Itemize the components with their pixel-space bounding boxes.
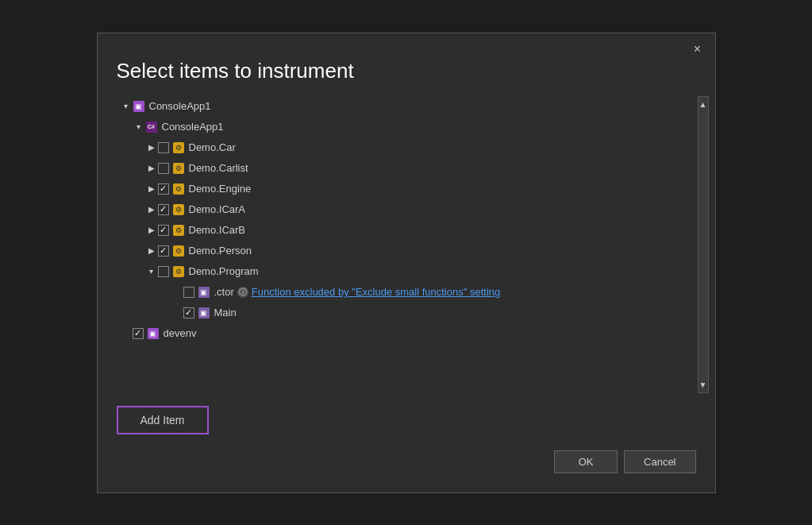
scroll-up-arrow[interactable]: ▲	[696, 97, 710, 112]
scrollbar[interactable]: ▲ ▼	[698, 96, 709, 393]
expand-arrow	[120, 327, 133, 340]
tree-item-label: Demo.ICarA	[189, 203, 246, 215]
tree-row[interactable]: ✓ ▣ Main	[117, 303, 695, 323]
scroll-down-arrow[interactable]: ▼	[696, 377, 710, 392]
csharp-project-icon: C#	[145, 121, 158, 133]
tree-row[interactable]: ▾ ▣ ConsoleApp1	[117, 96, 695, 117]
tree-row[interactable]: ▶ ✓ ⚙ Demo.Person	[117, 241, 695, 261]
add-item-button[interactable]: Add Item	[117, 406, 209, 434]
tree-item-label: Demo.Car	[189, 141, 236, 153]
expand-arrow[interactable]: ▶	[145, 183, 158, 195]
close-button[interactable]: ×	[688, 40, 707, 59]
tree-checkbox[interactable]: ✓	[158, 183, 169, 195]
expand-arrow[interactable]: ▶	[145, 141, 158, 154]
solution-icon: ▣	[133, 100, 145, 113]
expand-arrow[interactable]: ▶	[145, 224, 158, 237]
tree-checkbox[interactable]: ✓	[158, 245, 169, 257]
expand-arrow[interactable]: ▶	[145, 245, 158, 257]
info-icon: ⓘ	[237, 287, 248, 298]
tree-checkbox[interactable]	[158, 142, 169, 153]
tree-row[interactable]: ▾ ⚙ Demo.Program	[117, 261, 695, 282]
expand-arrow[interactable]: ▾	[145, 265, 158, 278]
tree-item-label: Demo.Program	[189, 265, 259, 277]
tree-row[interactable]: ▶ ✓ ⚙ Demo.Engine	[117, 179, 695, 199]
dialog-content: ▾ ▣ ConsoleApp1 ▾ C# ConsoleApp1 ▶	[98, 96, 715, 393]
class-icon: ⚙	[172, 141, 185, 154]
tree-checkbox[interactable]	[183, 287, 194, 298]
dialog-footer: OK Cancel	[98, 434, 715, 492]
tree-row[interactable]: ▣ .ctor ⓘ Function excluded by "Exclude …	[117, 282, 695, 303]
tree-row[interactable]: ▶ ⚙ Demo.Car	[117, 137, 695, 158]
tree-row[interactable]: ▶ ✓ ⚙ Demo.ICarB	[117, 220, 695, 241]
tree-row[interactable]: ✓ ▣ devenv	[117, 323, 695, 344]
class-icon: ⚙	[172, 265, 185, 278]
expand-arrow	[171, 307, 183, 319]
tree-checkbox[interactable]	[158, 163, 169, 174]
exclude-link[interactable]: Function excluded by "Exclude small func…	[252, 286, 500, 298]
expand-arrow[interactable]: ▾	[133, 121, 145, 133]
select-items-dialog: × Select items to instrument ▾ ▣ Console…	[97, 33, 716, 493]
dialog-title: Select items to instrument	[98, 59, 715, 96]
class-icon: ⚙	[172, 224, 185, 237]
tree-checkbox[interactable]	[158, 266, 169, 277]
ok-button[interactable]: OK	[554, 450, 618, 473]
tree-item-label: devenv	[164, 327, 197, 339]
cancel-button[interactable]: Cancel	[624, 450, 695, 473]
tree-checkbox[interactable]: ✓	[158, 204, 169, 215]
expand-arrow[interactable]: ▶	[145, 162, 158, 175]
dialog-titlebar: ×	[98, 33, 715, 59]
method-icon: ▣	[198, 286, 210, 299]
tree-scroll-container: ▾ ▣ ConsoleApp1 ▾ C# ConsoleApp1 ▶	[117, 96, 709, 393]
class-icon: ⚙	[172, 203, 185, 216]
class-icon: ⚙	[172, 245, 185, 257]
tree-item-label: ConsoleApp1	[149, 100, 211, 112]
tree-checkbox[interactable]: ✓	[158, 225, 169, 236]
tree-checkbox[interactable]: ✓	[183, 307, 194, 318]
devenv-icon: ▣	[147, 327, 160, 340]
class-icon: ⚙	[172, 183, 185, 195]
tree-item-label: Demo.Engine	[189, 183, 252, 195]
tree-row[interactable]: ▶ ⚙ Demo.Carlist	[117, 158, 695, 179]
expand-arrow[interactable]: ▶	[145, 203, 158, 216]
tree-item-label: Main	[214, 307, 237, 318]
tree-row[interactable]: ▶ ✓ ⚙ Demo.ICarA	[117, 199, 695, 220]
tree-item-label: Demo.Carlist	[189, 162, 248, 174]
tree-item-label: Demo.Person	[189, 245, 252, 257]
tree-item-label: .ctor	[214, 286, 234, 298]
method-icon: ▣	[198, 307, 210, 319]
tree-item-label: ConsoleApp1	[162, 121, 224, 133]
expand-arrow[interactable]: ▾	[120, 100, 133, 113]
tree-checkbox[interactable]: ✓	[133, 328, 144, 339]
dialog-bottom: Add Item	[98, 393, 715, 434]
class-icon: ⚙	[172, 162, 185, 175]
tree-view[interactable]: ▾ ▣ ConsoleApp1 ▾ C# ConsoleApp1 ▶	[117, 96, 698, 382]
tree-item-label: Demo.ICarB	[189, 224, 246, 236]
tree-row[interactable]: ▾ C# ConsoleApp1	[117, 117, 695, 137]
expand-arrow	[171, 286, 183, 299]
